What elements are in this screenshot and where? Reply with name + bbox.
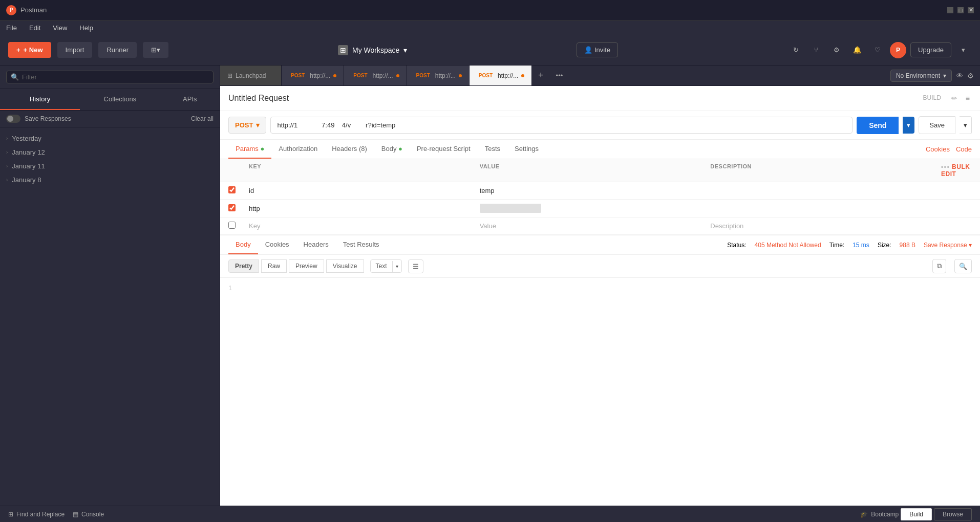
tab-apis[interactable]: APIs xyxy=(160,89,220,110)
search-response-button[interactable]: 🔍 xyxy=(954,259,972,273)
menu-file[interactable]: File xyxy=(4,23,19,33)
format-preview-button[interactable]: Preview xyxy=(289,259,324,273)
history-group-jan11[interactable]: › January 11 xyxy=(0,159,220,173)
resp-tab-cookies[interactable]: Cookies xyxy=(258,235,296,254)
method-select[interactable]: POST ▾ xyxy=(228,117,266,134)
invite-icon: 👤 xyxy=(584,46,592,54)
response-type-arrow[interactable]: ▾ xyxy=(392,261,401,272)
avatar[interactable]: P xyxy=(890,42,906,58)
history-group-jan12[interactable]: › January 12 xyxy=(0,145,220,159)
code-link[interactable]: Code xyxy=(956,145,972,153)
format-raw-button[interactable]: Raw xyxy=(261,259,287,273)
header: + + New Import Runner ⊞▾ ⊞ My Workspace … xyxy=(0,35,980,66)
method-chevron: ▾ xyxy=(256,121,260,129)
tab-launchpad[interactable]: ⊞ Launchpad xyxy=(220,66,282,85)
menu-edit[interactable]: Edit xyxy=(27,23,42,33)
row-0-value[interactable]: temp xyxy=(480,187,711,194)
copy-response-button[interactable]: ⧉ xyxy=(932,259,946,273)
req-tab-params[interactable]: Params ● xyxy=(228,140,271,159)
find-replace-button[interactable]: ⊞ Find and Replace xyxy=(8,511,65,518)
time-value: 15 ms xyxy=(853,242,869,249)
tab-request-4[interactable]: POST http://... xyxy=(470,66,532,85)
eye-icon-button[interactable]: 👁 xyxy=(956,72,963,80)
row-1-key[interactable]: http xyxy=(249,205,480,212)
minimize-button[interactable]: — xyxy=(947,7,953,13)
close-button[interactable]: ✕ xyxy=(968,7,974,13)
env-select-dropdown[interactable]: No Environment ▾ xyxy=(890,70,952,82)
empty-description[interactable]: Description xyxy=(710,222,941,230)
workspace-selector[interactable]: ⊞ My Workspace ▾ xyxy=(338,45,407,55)
tabs-more-button[interactable]: ••• xyxy=(550,66,569,85)
save-dropdown-button[interactable]: ▾ xyxy=(960,116,972,134)
row-0-key[interactable]: id xyxy=(249,187,480,194)
history-group-label: January 12 xyxy=(12,148,45,156)
fork-button[interactable]: ⑂ xyxy=(808,42,824,58)
chevron-icon: › xyxy=(6,163,8,169)
wrap-response-button[interactable]: ☰ xyxy=(408,259,423,273)
maximize-button[interactable]: □ xyxy=(957,7,964,13)
invite-button[interactable]: 👤 Invite xyxy=(577,42,618,57)
req-tab-prerequest[interactable]: Pre-request Script xyxy=(410,140,478,159)
resp-tab-body[interactable]: Body xyxy=(228,235,258,254)
console-button[interactable]: ▤ Console xyxy=(73,511,104,518)
tab-history[interactable]: History xyxy=(0,89,80,110)
new-label: + New xyxy=(24,46,43,54)
resp-tab-test-results[interactable]: Test Results xyxy=(336,235,387,254)
save-button[interactable]: Save xyxy=(919,116,955,134)
notifications-button[interactable]: 🔔 xyxy=(849,42,865,58)
tab-request-1[interactable]: POST http://... xyxy=(282,66,344,85)
resp-tab-headers[interactable]: Headers xyxy=(296,235,336,254)
settings-env-button[interactable]: ⚙ xyxy=(967,72,974,80)
req-tab-headers[interactable]: Headers (8) xyxy=(325,140,374,159)
url-input[interactable] xyxy=(270,117,853,134)
row-0-checkbox[interactable] xyxy=(228,186,236,193)
save-response-button[interactable]: Save Response ▾ xyxy=(924,242,972,249)
empty-value[interactable]: Value xyxy=(480,222,711,230)
clear-all-button[interactable]: Clear all xyxy=(191,115,214,122)
row-1-checkbox[interactable] xyxy=(228,204,236,211)
tab-request-3[interactable]: POST http://... xyxy=(407,66,470,85)
save-responses-label: Save Responses xyxy=(25,115,71,122)
history-group-jan8[interactable]: › January 8 xyxy=(0,173,220,187)
workspace-chevron: ▾ xyxy=(403,46,407,54)
history-group-yesterday[interactable]: › Yesterday xyxy=(0,132,220,145)
req-tab-authorization[interactable]: Authorization xyxy=(271,140,325,159)
docs-icon-button[interactable]: ≡ xyxy=(964,92,972,104)
send-dropdown-button[interactable]: ▾ xyxy=(903,117,914,134)
cookies-link[interactable]: Cookies xyxy=(926,145,950,153)
empty-key[interactable]: Key xyxy=(249,222,480,230)
req-tab-body[interactable]: Body ● xyxy=(374,140,410,159)
new-button[interactable]: + + New xyxy=(8,42,51,58)
search-input[interactable] xyxy=(22,73,209,81)
expand-button[interactable]: ▾ xyxy=(955,42,972,58)
layout-button[interactable]: ⊞▾ xyxy=(143,42,168,58)
req-tab-tests[interactable]: Tests xyxy=(478,140,507,159)
tab-request-2[interactable]: POST http://... xyxy=(344,66,407,85)
chevron-icon: › xyxy=(6,136,8,141)
bottom-right: 🎓 Bootcamp Build Browse xyxy=(860,508,972,520)
edit-icon-button[interactable]: ✏ xyxy=(949,92,960,104)
new-tab-button[interactable]: + xyxy=(532,66,550,85)
upgrade-button[interactable]: Upgrade xyxy=(910,42,951,57)
unsaved-dot xyxy=(521,74,524,77)
tab-collections[interactable]: Collections xyxy=(80,89,160,110)
menu-help[interactable]: Help xyxy=(77,23,95,33)
more-dots-icon[interactable]: ••• xyxy=(941,164,950,170)
sync-button[interactable]: ↻ xyxy=(787,42,804,58)
empty-row-checkbox[interactable] xyxy=(228,222,236,229)
col-more-header: ••• Bulk Edit xyxy=(941,163,972,178)
build-tab-button[interactable]: Build xyxy=(901,508,932,520)
toggle-switch[interactable] xyxy=(6,115,20,123)
format-pretty-button[interactable]: Pretty xyxy=(228,259,259,273)
req-tab-settings[interactable]: Settings xyxy=(507,140,546,159)
heart-button[interactable]: ♡ xyxy=(869,42,886,58)
menu-view[interactable]: View xyxy=(51,23,69,33)
response-toolbar-right: ⧉ 🔍 xyxy=(928,259,972,273)
browse-tab-button[interactable]: Browse xyxy=(934,508,972,520)
import-button[interactable]: Import xyxy=(57,42,93,58)
send-button[interactable]: Send xyxy=(857,117,899,134)
runner-button[interactable]: Runner xyxy=(98,42,137,58)
bootcamp-button[interactable]: 🎓 Bootcamp xyxy=(860,508,899,520)
settings-button[interactable]: ⚙ xyxy=(828,42,845,58)
format-visualize-button[interactable]: Visualize xyxy=(326,259,364,273)
